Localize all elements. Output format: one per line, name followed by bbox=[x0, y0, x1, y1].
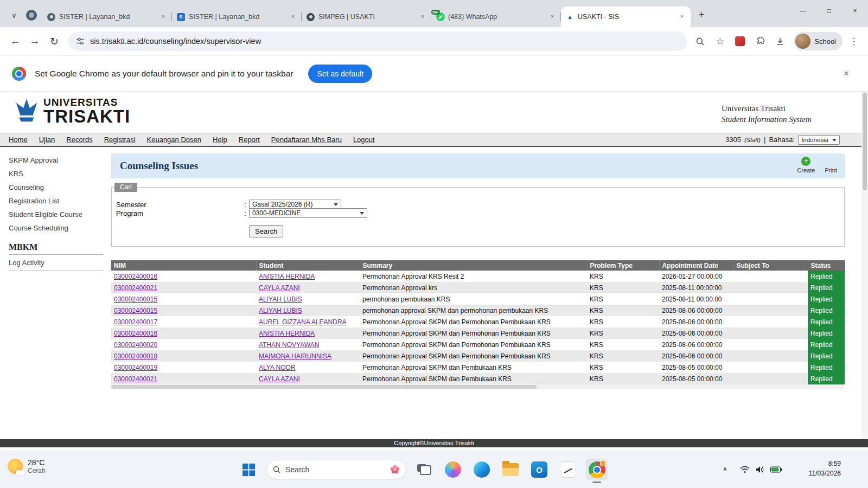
file-explorer-button[interactable] bbox=[500, 459, 521, 480]
banner-close-icon[interactable] bbox=[837, 64, 856, 84]
program-select[interactable]: 0300-MEDICINE bbox=[249, 208, 367, 218]
whiteboard-app-button[interactable] bbox=[557, 459, 579, 480]
status-badge: Replied bbox=[810, 318, 833, 326]
search-button[interactable]: Search bbox=[249, 225, 283, 237]
edge-button[interactable] bbox=[471, 459, 493, 480]
nim-link[interactable]: 030002400017 bbox=[114, 318, 157, 326]
nim-link[interactable]: 030002400015 bbox=[114, 296, 157, 303]
tab-close-icon[interactable] bbox=[678, 12, 686, 21]
window-close-button[interactable] bbox=[842, 0, 868, 22]
student-link[interactable]: ALIYAH LUBIS bbox=[259, 307, 302, 314]
browser-tab-sister-layanan-bkd[interactable]: SISTER | Layanan_bkd bbox=[172, 7, 302, 27]
print-button[interactable]: Print bbox=[825, 157, 837, 174]
sidebar-item-log-activity[interactable]: Log Activity bbox=[0, 256, 108, 269]
student-link[interactable]: ALIYAH LUBIS bbox=[259, 296, 302, 303]
browser-tab-simpeg-usakti[interactable]: SIMPEG | USAKTI bbox=[302, 7, 431, 27]
nav-item-home[interactable]: Home bbox=[9, 136, 28, 144]
volume-icon[interactable] bbox=[756, 466, 764, 473]
nav-item-keuangan-dosen[interactable]: Keuangan Dosen bbox=[147, 136, 201, 144]
tab-close-icon[interactable] bbox=[289, 12, 297, 21]
zoom-icon[interactable] bbox=[691, 33, 709, 50]
taskbar-weather-widget[interactable]: 28°C Cerah bbox=[8, 458, 46, 474]
tab-close-icon[interactable] bbox=[418, 12, 427, 21]
profile-chip[interactable]: School bbox=[794, 32, 843, 50]
nav-item-registrasi[interactable]: Registrasi bbox=[104, 136, 136, 144]
nav-divider: | bbox=[764, 136, 765, 144]
nav-item-report[interactable]: Report bbox=[239, 136, 260, 144]
nim-link[interactable]: 030002400018 bbox=[114, 352, 157, 360]
student-link[interactable]: CAYLA AZANI bbox=[259, 375, 300, 383]
table-header-cell: Status bbox=[808, 260, 845, 271]
start-button[interactable] bbox=[238, 459, 259, 480]
browser-tab-sister-layanan-bkd[interactable]: SISTER | Layanan_bkd bbox=[42, 7, 172, 27]
wifi-icon[interactable] bbox=[740, 466, 750, 473]
page-title: Counseling Issues bbox=[120, 160, 198, 172]
table-row: 030002400016 ANISTIA HERNIDA Permohonan … bbox=[111, 328, 845, 339]
forward-button[interactable] bbox=[25, 31, 44, 51]
nav-item-records[interactable]: Records bbox=[66, 136, 92, 144]
reload-button[interactable] bbox=[44, 31, 64, 51]
task-view-button[interactable] bbox=[413, 459, 435, 480]
outlook-button[interactable] bbox=[528, 459, 550, 480]
tab-close-icon[interactable] bbox=[159, 12, 168, 21]
sidebar-item-student-eligible-course[interactable]: Student Eligible Course bbox=[0, 208, 108, 221]
task-view-icon bbox=[417, 464, 431, 475]
sidebar-item-krs[interactable]: KRS bbox=[0, 167, 108, 181]
browser-tab-usakti-sis[interactable]: USAKTI - SIS bbox=[561, 7, 691, 27]
nim-link[interactable]: 030002400016 bbox=[114, 273, 157, 280]
student-link[interactable]: CAYLA AZANI bbox=[259, 284, 300, 292]
minimize-button[interactable] bbox=[790, 0, 816, 22]
hidden-icons-chevron[interactable] bbox=[723, 465, 727, 473]
browser-menu-icon[interactable] bbox=[845, 33, 863, 50]
nim-link[interactable]: 030002400016 bbox=[114, 330, 157, 337]
site-info-icon[interactable] bbox=[76, 37, 85, 46]
taskbar-search-box[interactable]: Search bbox=[266, 460, 406, 479]
student-link[interactable]: AUREL GIZZANA ALEANDRA bbox=[259, 318, 347, 326]
sidebar-item-skpm-approval[interactable]: SKPM Approval bbox=[0, 153, 108, 167]
back-button[interactable] bbox=[5, 31, 25, 51]
university-logo[interactable]: UNIVERSITAS TRISAKTI bbox=[14, 97, 130, 126]
extensions-puzzle-icon[interactable] bbox=[751, 33, 769, 50]
nim-link[interactable]: 030002400020 bbox=[114, 341, 157, 349]
pinned-extension-icon[interactable] bbox=[731, 33, 749, 50]
copilot-button[interactable] bbox=[442, 459, 464, 480]
create-button[interactable]: Create bbox=[797, 157, 815, 174]
student-link[interactable]: MAIMONA HAIRUNNISA bbox=[259, 352, 331, 360]
pinned-tab-favicon[interactable] bbox=[26, 10, 37, 21]
taskbar-clock[interactable]: 8:59 11/03/2026 bbox=[793, 459, 841, 478]
downloads-icon[interactable] bbox=[771, 33, 789, 50]
scrollbar-thumb[interactable] bbox=[111, 385, 537, 389]
sidebar-item-registration-list[interactable]: Registration List bbox=[0, 194, 108, 208]
status-badge: Replied bbox=[810, 296, 833, 303]
nim-link[interactable]: 030002400019 bbox=[114, 364, 157, 371]
sidebar-item-course-scheduling[interactable]: Course Scheduling bbox=[0, 221, 108, 235]
nav-item-ujian[interactable]: Ujian bbox=[39, 136, 55, 144]
nav-item-help[interactable]: Help bbox=[213, 136, 227, 144]
bookmark-star-icon[interactable] bbox=[711, 33, 729, 50]
student-link[interactable]: ANISTIA HERNIDA bbox=[259, 273, 315, 280]
table-horizontal-scrollbar[interactable] bbox=[111, 384, 845, 389]
search-panel-tab[interactable]: Cari bbox=[114, 183, 137, 192]
nim-link[interactable]: 030002400021 bbox=[114, 284, 157, 292]
nim-link[interactable]: 030002400015 bbox=[114, 307, 157, 314]
tab-close-icon[interactable] bbox=[548, 12, 557, 21]
maximize-button[interactable] bbox=[816, 0, 842, 22]
url-text[interactable]: sis.trisakti.ac.id/counseling/index/supe… bbox=[90, 37, 261, 46]
student-link[interactable]: ATHAN NOVYAWAN bbox=[259, 341, 319, 349]
nav-item-pendaftaran-mhs-baru[interactable]: Pendaftaran Mhs Baru bbox=[271, 136, 342, 144]
browser-tab-483-whatsapp[interactable]: 99+ (483) WhatsApp bbox=[431, 7, 561, 27]
page-scrollbar-thumb[interactable] bbox=[863, 93, 867, 190]
tab-search-icon[interactable] bbox=[7, 8, 22, 23]
battery-icon[interactable] bbox=[770, 466, 782, 473]
student-link[interactable]: ANISTIA HERNIDA bbox=[259, 330, 315, 337]
chrome-button[interactable] bbox=[586, 459, 608, 480]
student-link[interactable]: ALYA NOOR bbox=[259, 364, 296, 371]
address-bar[interactable]: sis.trisakti.ac.id/counseling/index/supe… bbox=[68, 31, 687, 51]
nav-item-logout[interactable]: Logout bbox=[353, 136, 375, 144]
language-select[interactable]: Indonesia bbox=[798, 135, 840, 145]
page-scrollbar[interactable] bbox=[861, 92, 868, 439]
sidebar-item-counseling[interactable]: Counseling bbox=[0, 181, 108, 194]
new-tab-button[interactable] bbox=[694, 7, 709, 22]
nim-link[interactable]: 030002400021 bbox=[114, 375, 157, 383]
set-as-default-button[interactable]: Set as default bbox=[308, 65, 372, 83]
